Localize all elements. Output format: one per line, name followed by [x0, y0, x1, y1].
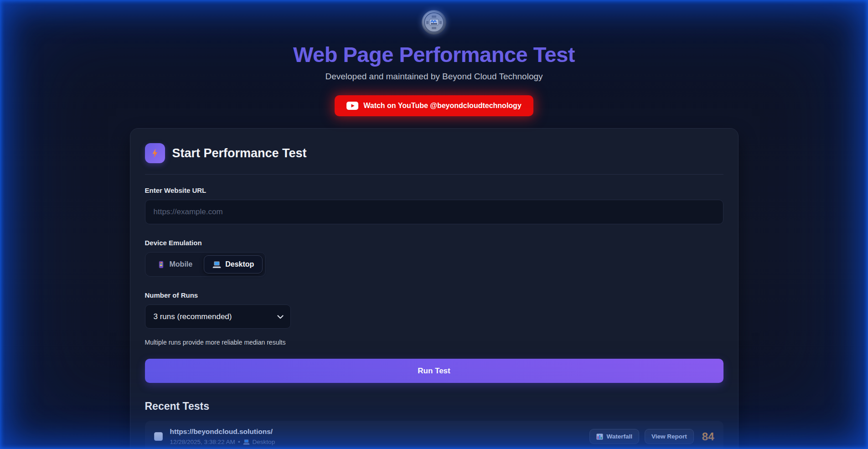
recent-test-url: https://beyondcloud.solutions/: [170, 428, 589, 436]
header-divider: [145, 174, 723, 175]
runs-group: Number of Runs 3 runs (recommended) Mult…: [145, 291, 723, 346]
device-mobile-label: Mobile: [170, 260, 193, 268]
device-desktop-button[interactable]: Desktop: [204, 255, 263, 274]
laptop-icon: [212, 261, 221, 268]
view-report-button[interactable]: View Report: [645, 429, 694, 444]
device-emulation-group: Device Emulation Mobile: [145, 239, 723, 277]
page-subtitle: Developed and maintained by Beyond Cloud…: [0, 72, 868, 82]
recent-test-timestamp: 12/28/2025, 3:38:22 AM: [170, 439, 235, 445]
hero-header: Web Page Performance Test Developed and …: [0, 0, 868, 82]
run-test-button[interactable]: Run Test: [145, 359, 723, 383]
url-field-group: Enter Website URL: [145, 186, 723, 224]
bar-chart-icon: [596, 434, 603, 440]
recent-test-meta: 12/28/2025, 3:38:22 AM • Desktop: [170, 439, 589, 445]
page: Web Page Performance Test Developed and …: [0, 0, 868, 449]
meta-separator: •: [238, 439, 240, 445]
waterfall-button[interactable]: Waterfall: [589, 429, 640, 444]
device-desktop-label: Desktop: [225, 260, 254, 268]
runs-select[interactable]: 3 runs (recommended): [145, 304, 291, 329]
recent-test-checkbox[interactable]: [154, 432, 163, 441]
device-mobile-button[interactable]: Mobile: [148, 255, 202, 274]
watch-on-youtube-button[interactable]: Watch on YouTube @beyondcloudtechnology: [335, 95, 533, 116]
device-emulation-label: Device Emulation: [145, 239, 723, 247]
youtube-button-wrap: Watch on YouTube @beyondcloudtechnology: [0, 95, 868, 116]
card-header: Start Performance Test: [145, 143, 723, 163]
card-title: Start Performance Test: [172, 146, 307, 160]
watch-on-youtube-label: Watch on YouTube @beyondcloudtechnology: [363, 102, 522, 110]
device-toggle-group: Mobile Desktop: [145, 252, 266, 277]
mobile-phone-icon: [157, 261, 165, 268]
runs-help-text: Multiple runs provide more reliable medi…: [145, 339, 723, 346]
beyond-cloud-logo-icon: [422, 10, 446, 35]
view-report-button-label: View Report: [651, 433, 687, 440]
lightning-bolt-icon: [145, 143, 165, 163]
runs-label: Number of Runs: [145, 291, 723, 299]
runs-select-wrap: 3 runs (recommended): [145, 304, 291, 329]
recent-test-row: https://beyondcloud.solutions/ 12/28/202…: [145, 421, 723, 449]
performance-test-card: Start Performance Test Enter Website URL…: [130, 128, 739, 449]
recent-test-actions: Waterfall View Report 84: [589, 429, 714, 444]
page-title: Web Page Performance Test: [0, 42, 868, 67]
recent-test-device: Desktop: [253, 439, 275, 445]
website-url-input[interactable]: [145, 200, 723, 224]
laptop-icon: [243, 439, 250, 445]
recent-test-info: https://beyondcloud.solutions/ 12/28/202…: [170, 428, 589, 445]
waterfall-button-label: Waterfall: [607, 433, 633, 440]
performance-score: 84: [702, 430, 714, 443]
recent-tests-heading: Recent Tests: [145, 400, 723, 413]
youtube-play-icon: [346, 102, 358, 110]
url-field-label: Enter Website URL: [145, 186, 723, 194]
